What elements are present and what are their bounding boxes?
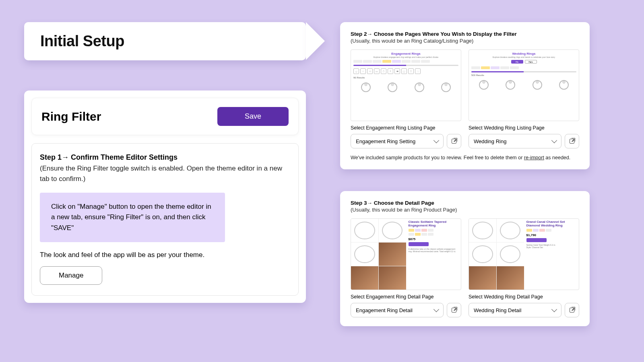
external-link-icon — [452, 139, 456, 144]
wedding-listing-select[interactable]: Wedding Ring — [469, 134, 561, 148]
select-value: Wedding Ring — [474, 138, 506, 144]
step1-hint: Click on "Manage" button to open the the… — [40, 193, 225, 242]
ring-filter-header: Ring Filter Save — [31, 98, 299, 135]
product-title: Classic Solitaire Tapered Engagement Rin… — [409, 220, 459, 228]
step3-subtext: (Usually, this would be an Ring Product … — [351, 207, 579, 213]
manage-button[interactable]: Manage — [40, 266, 102, 285]
external-link-icon — [570, 139, 574, 144]
engagement-listing-select[interactable]: Engagement Ring Setting — [351, 134, 444, 148]
external-link-icon — [452, 308, 456, 313]
wedding-select-label: Select Wedding Ring Listing Page — [469, 125, 579, 131]
engagement-listing-thumbnail: Engagement Rings Explore timeless engage… — [351, 49, 461, 121]
thumb-title: Wedding Rings — [469, 50, 579, 56]
select-value: Engagement Ring Setting — [356, 138, 415, 144]
step1-subtext: (Ensure the Ring Filter toggle switch is… — [40, 163, 290, 184]
step2-col-wedding: Wedding Rings Explore timeless wedding r… — [469, 49, 579, 148]
thumb-caption: Explore timeless engagement ring setting… — [351, 56, 461, 59]
wedding-detail-select[interactable]: Wedding Ring Detail — [469, 303, 561, 317]
step3-heading: Step 3→ Choose the Detail Page — [351, 200, 579, 206]
product-price: $875 — [409, 237, 459, 241]
step3-card: Step 3→ Choose the Detail Page (Usually,… — [340, 191, 590, 326]
engagement-select-label: Select Engagement Ring Listing Page — [351, 125, 461, 131]
wedding-listing-thumbnail: Wedding Rings Explore timeless wedding r… — [469, 49, 579, 121]
engagement-detail-thumbnail: Classic Solitaire Tapered Engagement Rin… — [351, 218, 461, 290]
chevron-down-icon — [551, 306, 557, 312]
product-price: $1,790 — [526, 233, 577, 237]
select-value: Wedding Ring Detail — [474, 307, 521, 313]
mini-tab: His — [511, 60, 523, 64]
open-engagement-listing-button[interactable] — [447, 134, 461, 148]
chevron-down-icon — [433, 138, 439, 143]
chevron-down-icon — [433, 306, 439, 312]
initial-setup-banner: Initial Setup — [24, 22, 306, 60]
step3-col-engagement: Classic Solitaire Tapered Engagement Rin… — [351, 218, 461, 317]
engagement-detail-select[interactable]: Engagement Ring Detail — [351, 303, 444, 317]
select-value: Engagement Ring Detail — [356, 307, 413, 313]
step1-body: Step 1→ Confirm Theme Editor Settings (E… — [31, 143, 299, 296]
save-button[interactable]: Save — [217, 107, 289, 126]
step1-note: The look and feel of the app will be as … — [40, 251, 290, 259]
panel-title: Ring Filter — [41, 110, 101, 123]
thumb-title: Engagement Rings — [351, 50, 461, 56]
step2-footnote: We've included sample products for you t… — [351, 155, 579, 160]
thumb-caption: Explore timeless wedding rings and bands… — [469, 56, 579, 59]
step2-subtext: (Usually, this would be an Ring Catalog/… — [351, 38, 579, 44]
chevron-down-icon — [551, 138, 557, 143]
step2-card: Step 2→ Choose the Pages Where You Wish … — [340, 22, 590, 169]
mini-tab: Hers — [525, 60, 537, 64]
step3-col-wedding: Grand Canal Channel Set Diamond Wedding … — [469, 218, 579, 317]
wedding-detail-select-label: Select Wedding Ring Detail Page — [469, 294, 579, 300]
open-wedding-detail-button[interactable] — [565, 303, 579, 317]
external-link-icon — [570, 308, 574, 313]
step2-heading: Step 2→ Choose the Pages Where You Wish … — [351, 31, 579, 37]
reimport-link[interactable]: re-import — [524, 155, 544, 160]
wedding-detail-thumbnail: Grand Canal Channel Set Diamond Wedding … — [469, 218, 579, 290]
step1-card: Ring Filter Save Step 1→ Confirm Theme E… — [24, 90, 306, 303]
add-to-cart-mini — [526, 238, 547, 242]
open-engagement-detail-button[interactable] — [447, 303, 461, 317]
open-wedding-listing-button[interactable] — [565, 134, 579, 148]
product-title: Grand Canal Channel Set Diamond Wedding … — [526, 220, 577, 228]
step2-col-engagement: Engagement Rings Explore timeless engage… — [351, 49, 461, 148]
engagement-detail-select-label: Select Engagement Ring Detail Page — [351, 294, 461, 300]
page-title: Initial Setup — [40, 33, 124, 50]
add-to-cart-mini — [409, 242, 429, 246]
step1-heading: Step 1→ Confirm Theme Editor Settings — [40, 153, 290, 162]
